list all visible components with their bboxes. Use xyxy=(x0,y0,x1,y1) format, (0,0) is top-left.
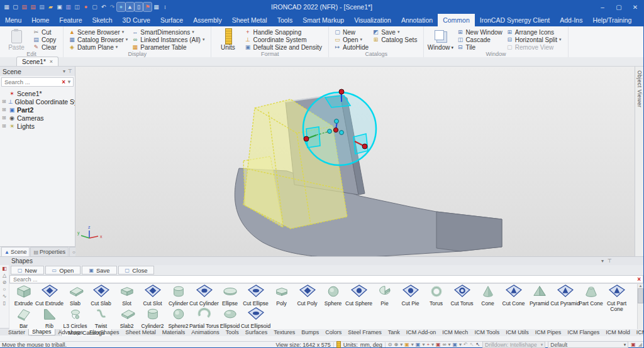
select-cursor-icon[interactable]: ↖ xyxy=(475,342,480,347)
scene-browser-button[interactable]: ▲Scene Browser▾ xyxy=(67,28,129,36)
panel-tab-scene[interactable]: ▲Scene xyxy=(1,247,30,256)
triball-axis-handle[interactable] xyxy=(362,144,367,149)
triball-center-handle[interactable] xyxy=(333,128,338,132)
catalog-item-l3-circles[interactable]: L3 Circles xyxy=(62,307,88,329)
triball-axis-handle[interactable] xyxy=(304,136,309,141)
menu-tab-annotation[interactable]: Annotation xyxy=(396,14,438,26)
filter-icon[interactable]: ▼ xyxy=(67,79,72,85)
new-window-button[interactable]: ⊞New Window xyxy=(455,28,503,36)
catalog-item-torus[interactable]: Torus xyxy=(423,284,449,307)
catalog-tab-surfaces[interactable]: Surfaces xyxy=(242,329,271,335)
save-icon[interactable]: ▣ xyxy=(55,3,64,11)
catalog-search-input[interactable] xyxy=(12,276,637,283)
catalog-tab-flexshapes[interactable]: FlexShapes xyxy=(86,329,123,335)
catalog-item-cut-extrude[interactable]: Cut Extrude xyxy=(36,284,62,307)
catalog-tab-icm-add-on[interactable]: ICM Add-on xyxy=(403,329,440,335)
smartdimensions-button[interactable]: ↔SmartDimensions▾ xyxy=(130,28,206,36)
catalog-tab-icm-utils[interactable]: ICM Utils xyxy=(502,329,532,335)
catalog-item-cut-poly[interactable]: Cut Poly xyxy=(294,284,320,307)
flag-icon[interactable]: ⚑ xyxy=(143,3,152,11)
expand-icon[interactable]: ⊞ xyxy=(2,99,6,104)
catalog-tab-sheet-metal[interactable]: Sheet Metal xyxy=(123,329,159,335)
catalog-new-button[interactable]: ▢New xyxy=(11,266,44,275)
measure-icon[interactable]: ▲ xyxy=(126,3,134,11)
document-tab-scene1[interactable]: Scene1* × xyxy=(16,57,58,66)
render-globe-icon[interactable]: ● xyxy=(117,3,125,11)
catalog-tab-starter[interactable]: Starter xyxy=(5,329,28,335)
menu-tab-surface[interactable]: Surface xyxy=(155,14,188,26)
menu-tab-tools[interactable]: Tools xyxy=(272,14,298,26)
spline-tool-icon[interactable]: ∿ xyxy=(3,294,7,299)
panel-tab-properties[interactable]: ▤Properties xyxy=(30,247,69,256)
close-icon[interactable]: ✕ xyxy=(627,0,643,14)
catalog-close-button[interactable]: ▢Close xyxy=(118,266,155,275)
material-icon[interactable]: ▣ xyxy=(436,342,441,347)
catalog-save-button[interactable]: ▣Save xyxy=(82,266,116,275)
triangle-tool-icon[interactable]: △ xyxy=(3,273,6,278)
new-scene-icon[interactable]: ▢ xyxy=(11,3,19,11)
catalog-browser-button[interactable]: ▦Catalog Browser▾ xyxy=(67,36,129,43)
catalog-item-partial-torus[interactable]: Partial Torus xyxy=(191,307,217,329)
menu-tab-help-training[interactable]: Help/Training xyxy=(587,14,636,26)
menu-tab-feature[interactable]: Feature xyxy=(54,14,87,26)
menu-tab-sketch[interactable]: Sketch xyxy=(87,14,117,26)
handle-snapping-button[interactable]: +Handle Snapping xyxy=(243,28,323,36)
catalog-item-cut-pie[interactable]: Cut Pie xyxy=(397,284,423,307)
catalog-item-sphere[interactable]: Sphere xyxy=(320,284,346,307)
catalog-item-cut-ellipse[interactable]: Cut Ellipse xyxy=(243,284,269,307)
chevron-down-icon[interactable]: ▾ xyxy=(459,342,462,347)
catalog-item-cylinder[interactable]: Cylinder xyxy=(165,284,191,307)
cut-button[interactable]: ✂Cut xyxy=(31,28,58,36)
chevron-down-icon[interactable]: ▾ xyxy=(422,342,425,347)
menu-tab-assembly[interactable]: Assembly xyxy=(188,14,227,26)
cascade-button[interactable]: ◫Cascade xyxy=(455,36,503,43)
new-button[interactable]: ▢New xyxy=(333,28,370,36)
window-button[interactable]: Window▾ xyxy=(428,28,453,51)
tile-button[interactable]: ⊟Tile xyxy=(455,43,503,51)
glasses-icon[interactable]: ∞ xyxy=(443,342,447,347)
more-icon[interactable]: ⁝ xyxy=(161,3,169,11)
panel-pin-icon[interactable]: ⊤ xyxy=(68,68,72,74)
catalog-tab-icm-mold[interactable]: ICM Mold xyxy=(602,329,633,335)
circle-tool-icon[interactable]: ○ xyxy=(3,287,6,292)
clear-search-icon[interactable]: × xyxy=(637,276,641,283)
catalog-tab-steel-frames[interactable]: Steel Frames xyxy=(345,329,385,335)
catalog-tab-textures[interactable]: Textures xyxy=(270,329,298,335)
expand-icon[interactable]: ⊞ xyxy=(2,123,7,129)
drilldown-select[interactable]: Drilldown: Intellishape▾ xyxy=(482,341,545,348)
parameter-table-button[interactable]: ▦Parameter Table xyxy=(130,43,206,51)
catalog-item-bar[interactable]: Bar xyxy=(11,307,36,329)
catalog-tab-tank[interactable]: Tank xyxy=(385,329,403,335)
catalog-tab-icm-pipes[interactable]: ICM Pipes xyxy=(532,329,565,335)
catalog-item-ellipsoid[interactable]: Ellipsoid xyxy=(217,307,243,329)
import-doc-icon[interactable]: ▤ xyxy=(20,3,28,11)
catalog-tab-colors[interactable]: Colors xyxy=(322,329,345,335)
undo-view-icon[interactable]: ↶ xyxy=(464,342,468,347)
open-folder-icon[interactable]: ▰ xyxy=(47,3,55,11)
catalog-tab-icm-flanges[interactable]: ICM Flanges xyxy=(564,329,602,335)
horizontal-split-button[interactable]: ⊟Horizontal Split▾ xyxy=(505,36,563,43)
chevron-down-icon[interactable]: ▾ xyxy=(448,342,450,347)
tree-item-global-coordinate-system[interactable]: ⊞⊥Global Coordinate System xyxy=(2,97,75,106)
catalog-item-cut-part-cone[interactable]: Cut Part Cone xyxy=(604,284,630,307)
catalog-item-cut-torus[interactable]: Cut Torus xyxy=(449,284,475,307)
clear-button[interactable]: ✎Clear xyxy=(31,43,58,51)
panel-dropdown-icon[interactable]: ▾ xyxy=(63,68,65,74)
chevron-down-icon[interactable]: ▾ xyxy=(400,342,402,347)
catalog-sets-button[interactable]: ⊞Catalog Sets xyxy=(371,36,418,43)
viewport-canvas[interactable]: z x y xyxy=(75,67,630,256)
catalog-item-poly[interactable]: Poly xyxy=(269,284,294,307)
arrange-icons-button[interactable]: ⊞Arrange Icons xyxy=(505,28,563,36)
table-icon[interactable]: ▦ xyxy=(152,3,160,11)
menu-tab-3d-curve[interactable]: 3D Curve xyxy=(118,14,155,26)
select-shape-icon[interactable]: ◧ xyxy=(2,266,7,271)
catalog-tab-icm-arch[interactable]: ICM Arch xyxy=(633,329,643,335)
part-doc-icon[interactable]: ▤ xyxy=(38,3,46,11)
catalog-item-cylinder2[interactable]: Cylinder2 xyxy=(140,307,165,329)
panel-dropdown-icon[interactable]: ▾ xyxy=(601,258,604,264)
catalog-item-cone[interactable]: Cone xyxy=(475,284,501,307)
tab-close-icon[interactable]: × xyxy=(50,58,53,65)
autohide-button[interactable]: ↦AutoHide xyxy=(333,43,370,51)
units-button[interactable]: Units xyxy=(215,28,240,51)
catalog-item-slab2[interactable]: Slab2 xyxy=(114,307,140,329)
